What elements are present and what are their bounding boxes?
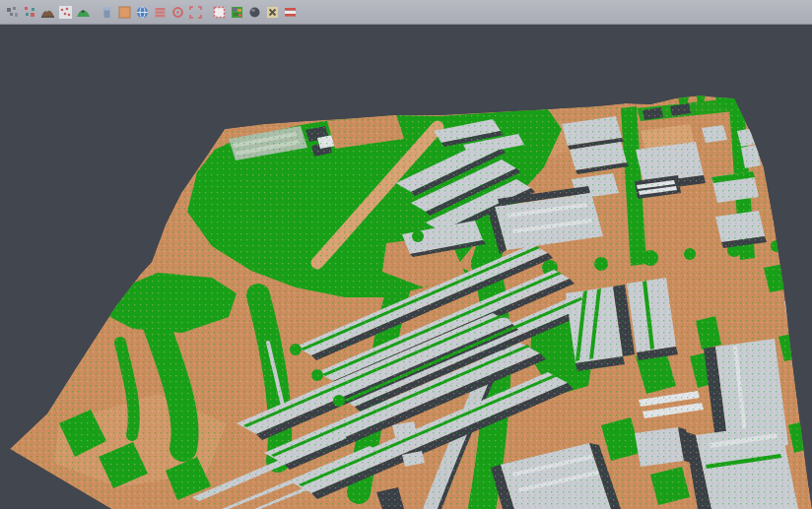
toolbar: [0, 0, 812, 25]
dashed-selection-icon[interactable]: [212, 5, 227, 20]
classified-map-icon[interactable]: [230, 5, 244, 20]
sparse-points-icon[interactable]: [58, 5, 73, 20]
terrain-mound-icon[interactable]: [40, 5, 55, 20]
extent-brackets-icon[interactable]: [188, 5, 203, 20]
ortho-tile-icon[interactable]: [117, 5, 132, 20]
striped-flag-icon[interactable]: [283, 5, 298, 20]
viewport-3d-canvas[interactable]: [0, 0, 812, 509]
measure-x-icon[interactable]: [265, 5, 280, 20]
point-cloud-speckle: [10, 95, 812, 509]
classify-pixels-icon[interactable]: [23, 5, 37, 20]
globe-icon[interactable]: [135, 5, 150, 20]
dark-sphere-icon[interactable]: [247, 5, 262, 20]
vegetation-mound-icon[interactable]: [76, 5, 91, 20]
target-ring-icon[interactable]: [170, 5, 185, 20]
profile-slab-icon[interactable]: [100, 5, 114, 20]
point-pixels-icon[interactable]: [5, 5, 20, 20]
layer-stack-icon[interactable]: [153, 5, 168, 20]
